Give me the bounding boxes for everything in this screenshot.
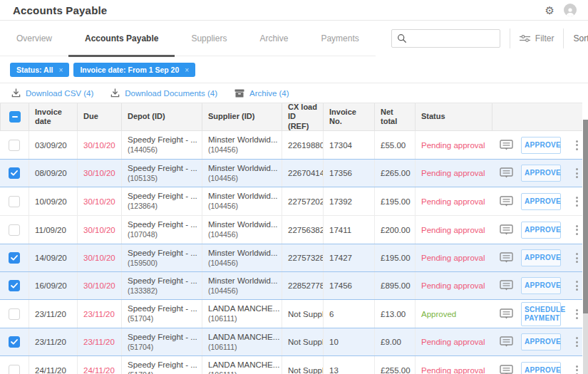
download-csv-4-button[interactable]: Download CSV (4) bbox=[11, 88, 93, 98]
table-row[interactable]: 10/09/2030/10/20Speedy Freight - ...(123… bbox=[0, 187, 582, 216]
cx-load-id-cell: Not Suppli... bbox=[282, 300, 323, 328]
depot-cell: Speedy Freight - ...(107048) bbox=[121, 216, 202, 244]
depot-name: Speedy Freight - ... bbox=[128, 276, 197, 286]
status-cell: Pending approval bbox=[415, 272, 492, 299]
table-row[interactable]: 11/09/2030/10/20Speedy Freight - ...(107… bbox=[0, 216, 582, 244]
status-cell: Pending approval bbox=[415, 244, 492, 271]
table-row[interactable]: 23/11/2023/11/20Speedy Freight - ...(517… bbox=[0, 328, 582, 356]
comment-bubble-icon[interactable] bbox=[500, 224, 513, 236]
approve-button[interactable]: APPROVE bbox=[521, 193, 561, 210]
row-checkbox[interactable] bbox=[9, 336, 20, 348]
row-menu-kebab-icon[interactable] bbox=[573, 250, 581, 266]
table-row[interactable]: 16/09/2030/10/20Speedy Freight - ...(133… bbox=[0, 271, 582, 300]
tab-archive[interactable]: Archive bbox=[243, 21, 304, 56]
archive-4-button[interactable]: Archive (4) bbox=[234, 89, 289, 98]
vertical-scrollbar-track[interactable] bbox=[583, 120, 588, 374]
supplier-id: (104456) bbox=[208, 202, 238, 212]
comment-bubble-icon[interactable] bbox=[500, 308, 513, 320]
approve-button[interactable]: APPROVE bbox=[521, 277, 561, 294]
vertical-scrollbar-thumb[interactable] bbox=[583, 120, 588, 313]
search-box[interactable] bbox=[391, 29, 500, 48]
approve-button[interactable]: APPROVE bbox=[521, 249, 561, 266]
comment-bubble-icon[interactable] bbox=[500, 336, 513, 348]
status-cell: Pending approval bbox=[415, 356, 492, 374]
due-date-cell: 30/10/20 bbox=[77, 160, 121, 187]
row-menu-kebab-icon[interactable] bbox=[573, 306, 581, 322]
row-checkbox[interactable] bbox=[9, 224, 20, 236]
select-all-checkbox[interactable] bbox=[9, 111, 21, 123]
approve-button[interactable]: APPROVE bbox=[521, 333, 561, 350]
row-menu-kebab-icon[interactable] bbox=[573, 137, 581, 153]
net-total-cell: £195.00 bbox=[374, 244, 415, 271]
supplier-id: (104456) bbox=[208, 145, 238, 155]
row-actions-cell: APPROVE bbox=[492, 356, 582, 374]
row-checkbox[interactable] bbox=[9, 280, 20, 291]
due-date-cell: 23/11/20 bbox=[77, 300, 121, 328]
column-header-label: Invoice No. bbox=[329, 108, 368, 126]
settings-gear-icon[interactable]: ⚙ bbox=[545, 5, 555, 16]
approve-button[interactable]: APPROVE bbox=[521, 137, 561, 154]
action-label: Archive (4) bbox=[249, 89, 289, 98]
sort-button[interactable]: Sort - Due date ↑ bbox=[573, 33, 588, 44]
supplier-name: LANDA MANCHE... bbox=[208, 360, 279, 370]
remove-chip-icon[interactable]: × bbox=[185, 66, 189, 74]
row-menu-kebab-icon[interactable] bbox=[573, 165, 581, 181]
column-header-due: Due bbox=[77, 103, 121, 130]
table-row[interactable]: 03/09/2030/10/20Speedy Freight - ...(144… bbox=[0, 131, 582, 160]
supplier-id: (104456) bbox=[208, 230, 238, 240]
download-documents-4-button[interactable]: Download Documents (4) bbox=[110, 88, 217, 98]
invoice-date-cell: 14/09/20 bbox=[29, 244, 77, 271]
remove-chip-icon[interactable]: × bbox=[59, 66, 63, 74]
net-total-cell: £265.00 bbox=[374, 160, 415, 187]
comment-bubble-icon[interactable] bbox=[500, 252, 513, 264]
table-row[interactable]: 08/09/2030/10/20Speedy Freight - ...(105… bbox=[0, 159, 582, 187]
comment-bubble-icon[interactable] bbox=[500, 140, 513, 151]
filter-button[interactable]: Filter bbox=[520, 33, 555, 43]
row-checkbox[interactable] bbox=[9, 365, 20, 374]
comment-bubble-icon[interactable] bbox=[500, 280, 513, 291]
invoice-no-cell: 17427 bbox=[323, 244, 374, 271]
invoice-date-cell: 10/09/20 bbox=[29, 187, 77, 215]
due-date-cell: 24/11/20 bbox=[77, 356, 121, 374]
supplier-id: (106111) bbox=[208, 314, 237, 324]
table-row[interactable]: 23/11/2023/11/20Speedy Freight - ...(517… bbox=[0, 300, 582, 328]
row-menu-kebab-icon[interactable] bbox=[573, 363, 581, 374]
row-checkbox[interactable] bbox=[9, 167, 20, 179]
invoice-date-cell: 08/09/20 bbox=[29, 160, 77, 187]
row-menu-kebab-icon[interactable] bbox=[573, 334, 581, 350]
tab-payments[interactable]: Payments bbox=[304, 21, 375, 56]
approve-button[interactable]: APPROVE bbox=[521, 222, 561, 239]
row-menu-kebab-icon[interactable] bbox=[573, 278, 581, 294]
comment-bubble-icon[interactable] bbox=[500, 196, 513, 207]
row-checkbox[interactable] bbox=[9, 252, 20, 264]
row-checkbox[interactable] bbox=[9, 196, 20, 207]
row-actions-cell: APPROVE bbox=[492, 272, 582, 299]
row-actions-cell: APPROVE bbox=[492, 244, 582, 271]
schedule-payment-button[interactable]: SCHEDULE PAYMENT bbox=[521, 302, 561, 326]
row-menu-kebab-icon[interactable] bbox=[573, 194, 581, 209]
supplier-name: LANDA MANCHE... bbox=[208, 332, 279, 343]
user-avatar[interactable] bbox=[564, 4, 577, 16]
comment-bubble-icon[interactable] bbox=[500, 365, 513, 374]
row-menu-kebab-icon[interactable] bbox=[573, 222, 581, 238]
cx-load-id-cell: Not Suppli... bbox=[282, 356, 323, 374]
comment-bubble-icon[interactable] bbox=[500, 167, 513, 179]
row-actions-cell: APPROVE bbox=[492, 328, 582, 355]
approve-button[interactable]: APPROVE bbox=[521, 362, 561, 374]
due-date-cell: 23/11/20 bbox=[77, 328, 121, 355]
row-checkbox[interactable] bbox=[9, 308, 20, 320]
filter-icon bbox=[520, 34, 530, 43]
tab-suppliers[interactable]: Suppliers bbox=[175, 21, 243, 56]
table-row[interactable]: 14/09/2030/10/20Speedy Freight - ...(159… bbox=[0, 244, 582, 272]
approve-button[interactable]: APPROVE bbox=[521, 165, 561, 182]
search-input[interactable] bbox=[411, 33, 495, 43]
status-cell: Pending approval bbox=[415, 160, 492, 187]
tab-accounts-payable[interactable]: Accounts Payable bbox=[68, 21, 175, 56]
row-checkbox[interactable] bbox=[9, 140, 20, 151]
column-header-label: Status bbox=[421, 112, 445, 121]
tab-overview[interactable]: Overview bbox=[0, 21, 68, 56]
net-total-cell: £895.00 bbox=[374, 272, 415, 299]
table-row[interactable]: 24/11/2024/11/20Speedy Freight - ...(517… bbox=[0, 356, 582, 374]
supplier-name: LANDA MANCHE... bbox=[208, 303, 279, 314]
invoice-no-cell: 17304 bbox=[323, 131, 374, 159]
